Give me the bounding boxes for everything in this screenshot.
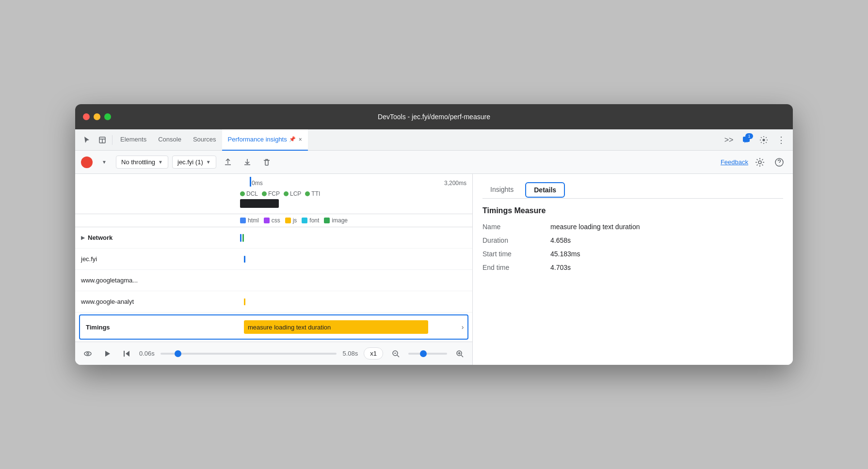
feedback-link[interactable]: Feedback bbox=[721, 158, 748, 166]
main-content: 0ms 3,200ms DCL FCP bbox=[75, 174, 793, 365]
record-button[interactable] bbox=[81, 156, 93, 168]
panel-icon-btn[interactable] bbox=[95, 132, 110, 148]
zoom-thumb[interactable] bbox=[420, 350, 427, 357]
zoom-out-icon bbox=[391, 349, 400, 358]
panel-tabs: Insights Details bbox=[482, 182, 783, 199]
zoom-out-button[interactable] bbox=[389, 347, 402, 360]
svg-marker-9 bbox=[105, 351, 110, 357]
session-arrow-icon: ▼ bbox=[206, 159, 211, 165]
js-legend-dot bbox=[285, 218, 291, 223]
black-bar-wrapper bbox=[75, 199, 472, 210]
jec-fyi-row[interactable]: jec.fyi bbox=[75, 249, 472, 270]
time-end-label: 5.08s bbox=[342, 350, 358, 357]
image-legend-dot bbox=[324, 218, 330, 223]
skip-icon bbox=[123, 350, 130, 358]
timings-selected-row[interactable]: Timings measure loading text duration › bbox=[79, 314, 468, 340]
lcp-dot bbox=[284, 191, 289, 196]
marker-dcl: DCL bbox=[240, 190, 258, 197]
toolbar-right: Feedback bbox=[721, 155, 787, 170]
endtime-value: 4.703s bbox=[550, 264, 571, 271]
close-button[interactable] bbox=[83, 113, 90, 120]
eye-button[interactable] bbox=[81, 347, 95, 360]
download-icon bbox=[243, 158, 252, 167]
starttime-key: Start time bbox=[482, 250, 541, 258]
network-bars bbox=[240, 234, 244, 242]
cursor-icon-btn[interactable] bbox=[79, 132, 95, 148]
chevron-right-icon[interactable]: › bbox=[462, 323, 464, 331]
googletagma-label: www.googletagma... bbox=[75, 277, 240, 284]
record-dropdown-button[interactable]: ▼ bbox=[96, 155, 112, 170]
jec-fyi-content bbox=[240, 249, 472, 269]
network-track-row[interactable]: ▶ Network bbox=[75, 227, 472, 249]
svg-point-7 bbox=[84, 352, 91, 356]
tab-console[interactable]: Console bbox=[152, 129, 187, 151]
session-dropdown[interactable]: jec.fyi (1) ▼ bbox=[172, 156, 216, 169]
speed-button[interactable]: x1 bbox=[364, 347, 383, 360]
tab-elements[interactable]: Elements bbox=[114, 129, 152, 151]
timeline-area: 0ms 3,200ms DCL FCP bbox=[75, 174, 472, 214]
tab-performance-insights[interactable]: Performance insights 📌 × bbox=[222, 129, 308, 151]
network-track-label: ▶ Network bbox=[75, 234, 240, 241]
legend-js: js bbox=[285, 217, 297, 224]
tab-close-icon[interactable]: × bbox=[299, 136, 302, 143]
tab-sources[interactable]: Sources bbox=[187, 129, 222, 151]
trash-icon bbox=[262, 158, 271, 167]
help-icon bbox=[774, 157, 784, 167]
tab-pin-icon: 📌 bbox=[289, 136, 296, 142]
zoom-in-button[interactable] bbox=[453, 347, 466, 360]
svg-point-5 bbox=[758, 161, 761, 164]
settings-icon-btn[interactable] bbox=[752, 155, 768, 170]
analyt-bar bbox=[244, 298, 245, 305]
timeline-start: 0ms bbox=[252, 180, 263, 187]
jec-bar bbox=[244, 256, 245, 263]
googletagma-row[interactable]: www.googletagma... bbox=[75, 270, 472, 291]
more-button[interactable]: ⋮ bbox=[773, 132, 789, 148]
tab-separator-1 bbox=[112, 135, 113, 145]
fcp-label: FCP bbox=[268, 190, 280, 197]
chat-button[interactable]: 1 bbox=[739, 132, 754, 148]
google-analyt-row[interactable]: www.google-analyt bbox=[75, 291, 472, 313]
maximize-button[interactable] bbox=[104, 113, 111, 120]
timeline-cursor bbox=[250, 177, 251, 187]
delete-button[interactable] bbox=[259, 155, 274, 170]
slider-thumb[interactable] bbox=[175, 350, 181, 357]
fcp-dot bbox=[262, 191, 267, 196]
toolbar: ▼ No throttling ▼ jec.fyi (1) ▼ bbox=[75, 151, 793, 174]
html-legend-dot bbox=[240, 218, 246, 223]
tabs-right-controls: >> 1 ⋮ bbox=[721, 132, 789, 148]
timeline-scrubber[interactable] bbox=[161, 353, 337, 355]
throttling-arrow-icon: ▼ bbox=[158, 159, 163, 165]
upload-button[interactable] bbox=[220, 155, 236, 170]
help-button[interactable] bbox=[772, 155, 787, 170]
skip-to-start-button[interactable] bbox=[120, 347, 133, 360]
zoom-scrubber[interactable] bbox=[408, 353, 447, 355]
net-bar-2 bbox=[242, 234, 244, 242]
expand-arrow-icon: ▶ bbox=[81, 235, 85, 240]
tti-dot bbox=[305, 191, 310, 196]
legend-image: image bbox=[324, 217, 348, 224]
markers-row: DCL FCP LCP TTI bbox=[75, 188, 472, 199]
download-button[interactable] bbox=[240, 155, 255, 170]
play-button[interactable] bbox=[100, 347, 114, 360]
tab-insights[interactable]: Insights bbox=[482, 182, 521, 198]
timeline-ruler: 0ms 3,200ms bbox=[75, 178, 472, 188]
throttling-dropdown[interactable]: No throttling ▼ bbox=[116, 156, 168, 169]
settings-icon bbox=[755, 157, 765, 167]
net-bar-1 bbox=[240, 234, 241, 242]
lcp-label: LCP bbox=[290, 190, 301, 197]
duration-key: Duration bbox=[482, 236, 541, 244]
name-value: measure loading text duration bbox=[550, 223, 640, 231]
left-panel: 0ms 3,200ms DCL FCP bbox=[75, 174, 473, 365]
endtime-key: End time bbox=[482, 264, 541, 271]
scroll-arrow-wrapper: › bbox=[458, 323, 467, 331]
tab-details[interactable]: Details bbox=[525, 182, 565, 198]
details-tab-container: Details bbox=[525, 182, 565, 198]
more-tabs-button[interactable]: >> bbox=[721, 132, 737, 148]
settings-button[interactable] bbox=[756, 132, 772, 148]
minimize-button[interactable] bbox=[94, 113, 100, 120]
svg-line-18 bbox=[461, 355, 463, 357]
marker-fcp: FCP bbox=[262, 190, 280, 197]
zoom-in-icon bbox=[455, 349, 464, 358]
bottom-controls: 0.06s 5.08s x1 bbox=[75, 342, 472, 365]
name-key: Name bbox=[482, 223, 541, 231]
